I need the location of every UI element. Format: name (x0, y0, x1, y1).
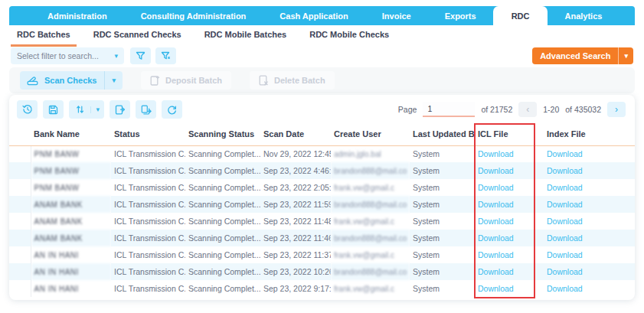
page-number-input[interactable] (423, 102, 475, 117)
cell-index-file: Download (544, 162, 635, 179)
chevron-down-icon: ▾ (624, 53, 628, 60)
column-header-status[interactable]: Status (111, 122, 185, 145)
cell-select[interactable] (9, 263, 31, 280)
deposit-batch-icon (150, 75, 160, 86)
nav-tab-cash-application[interactable]: Cash Application (263, 6, 364, 25)
index-file-download-link[interactable]: Download (547, 183, 583, 192)
icl-file-download-link[interactable]: Download (478, 166, 514, 175)
filter-select-dropdown[interactable]: Select filter to search... ▾ (11, 47, 124, 64)
delete-batch-label: Delete Batch (274, 76, 325, 85)
cell-index-file: Download (544, 230, 635, 246)
table-row[interactable]: AN IN HANIICL Transmission C...Scanning … (9, 263, 635, 280)
icl-file-download-link[interactable]: Download (478, 233, 514, 243)
cell-select[interactable] (9, 213, 31, 230)
cell-select[interactable] (9, 145, 31, 162)
column-header-scanning-status[interactable]: Scanning Status (185, 122, 260, 145)
nav-tab-invoice[interactable]: Invoice (365, 6, 428, 25)
icl-file-download-link[interactable]: Download (478, 217, 514, 226)
nav-tab-rdc[interactable]: RDC (493, 6, 548, 25)
cell-status: ICL Transmission C... (111, 196, 185, 213)
table-row[interactable]: ANAM BANKICL Transmission C...Scanning C… (9, 213, 635, 230)
previous-page-button[interactable]: ‹ (518, 102, 537, 117)
icl-file-download-link[interactable]: Download (478, 183, 514, 192)
export-all-button[interactable] (136, 100, 156, 119)
index-file-download-link[interactable]: Download (547, 250, 583, 259)
cell-bank-name: AN IN HANI (31, 246, 111, 263)
advanced-search-caret[interactable]: ▾ (618, 47, 633, 64)
column-header-icl-file[interactable]: ICL File (475, 122, 544, 145)
save-icon (48, 105, 58, 115)
cell-select[interactable] (9, 280, 31, 297)
table-row[interactable]: PNM BANWICL Transmission C...Scanning Co… (9, 179, 635, 196)
cell-last-updated-by: System (410, 196, 475, 213)
cell-create-user: frank.vw@gmail.c (331, 179, 410, 196)
sort-button[interactable]: ▾ (69, 100, 104, 119)
filter-row: Select filter to search... ▾ Advanced Se… (11, 47, 633, 66)
table-row[interactable]: ANAM BANKICL Transmission C...Scanning C… (9, 196, 635, 213)
index-file-download-link[interactable]: Download (547, 166, 583, 175)
icl-file-download-link[interactable]: Download (478, 200, 514, 209)
nav-tab-analytics[interactable]: Analytics (548, 6, 619, 25)
column-header-scan-date[interactable]: Scan Date (260, 122, 331, 145)
clear-filter-button[interactable] (155, 47, 176, 64)
icl-file-download-link[interactable]: Download (478, 250, 514, 259)
advanced-search-button[interactable]: Advanced Search ▾ (532, 47, 633, 64)
icl-file-download-link[interactable]: Download (478, 267, 514, 276)
save-layout-button[interactable] (43, 100, 64, 119)
scan-checks-button[interactable]: Scan Checks ▾ (20, 71, 123, 90)
column-header-index-file[interactable]: Index File (544, 122, 635, 145)
cell-select[interactable] (9, 162, 31, 179)
subnav-tab-rdc-mobile-checks[interactable]: RDC Mobile Checks (303, 27, 395, 47)
history-button[interactable] (17, 100, 38, 119)
table-row[interactable]: ANAM BANKICL Transmission C...Scanning C… (9, 230, 635, 246)
index-file-download-link[interactable]: Download (547, 149, 583, 158)
index-file-download-link[interactable]: Download (547, 267, 583, 276)
action-bar: Scan Checks ▾ Deposit Batch Delete Batch (9, 67, 635, 93)
cell-select[interactable] (9, 196, 31, 213)
icl-file-download-link[interactable]: Download (478, 284, 514, 293)
cell-index-file: Download (544, 145, 635, 162)
scan-checks-caret[interactable]: ▾ (104, 71, 123, 90)
cell-create-user: frank.vw@gmail.c (331, 213, 410, 230)
batches-panel: ▾ Page of 21752 ‹ (9, 95, 635, 300)
cell-create-user: brandon888@mail.co (331, 196, 410, 213)
index-file-download-link[interactable]: Download (547, 284, 583, 293)
column-header-bank-name[interactable]: Bank Name (31, 122, 111, 145)
next-page-button[interactable]: › (607, 102, 626, 117)
refresh-button[interactable] (162, 100, 182, 119)
subnav-tab-rdc-mobile-batches[interactable]: RDC Mobile Batches (198, 27, 293, 47)
sort-icon (69, 105, 90, 114)
column-header-create-user[interactable]: Create User (331, 122, 410, 145)
cell-create-user: admin.jglo.bal (331, 145, 410, 162)
cell-icl-file: Download (475, 145, 544, 162)
index-file-download-link[interactable]: Download (547, 217, 583, 226)
table-row[interactable]: AN IN HANIICL Transmission C...Scanning … (9, 246, 635, 263)
cell-index-file: Download (544, 263, 635, 280)
nav-tab-administration[interactable]: Administration (31, 6, 124, 25)
column-header-last-updated-by[interactable]: Last Updated By (410, 122, 475, 145)
nav-tab-exports[interactable]: Exports (428, 6, 493, 25)
table-row[interactable]: PNM BANWICL Transmission C...Scanning Co… (9, 162, 635, 179)
subnav-tab-rdc-scanned-checks[interactable]: RDC Scanned Checks (87, 27, 188, 47)
icl-file-download-link[interactable]: Download (478, 149, 514, 158)
cell-scan-date: Sep 23, 2022 11:37:5... (260, 246, 331, 263)
cell-select[interactable] (9, 230, 31, 246)
nav-tab-consulting-administration[interactable]: Consulting Administration (124, 6, 263, 25)
deposit-batch-label: Deposit Batch (165, 76, 222, 85)
index-file-download-link[interactable]: Download (547, 233, 583, 243)
index-file-download-link[interactable]: Download (547, 200, 583, 209)
cell-index-file: Download (544, 246, 635, 263)
sort-options-caret[interactable]: ▾ (90, 106, 104, 113)
nav-tab-job[interactable]: Job (619, 6, 644, 25)
cell-select[interactable] (9, 246, 31, 263)
cell-index-file: Download (544, 179, 635, 196)
table-row[interactable]: PNM BANWICL Transmission C...Scanning Co… (9, 145, 635, 162)
table-row[interactable]: AN IN HANIICL Transmission C...Scanning … (9, 280, 635, 297)
cell-select[interactable] (9, 179, 31, 196)
cell-icl-file: Download (475, 196, 544, 213)
subnav-tab-rdc-batches[interactable]: RDC Batches (11, 27, 77, 47)
export-button[interactable] (110, 100, 130, 119)
deposit-batch-button[interactable]: Deposit Batch (141, 71, 231, 90)
delete-batch-button[interactable]: Delete Batch (250, 71, 335, 90)
apply-filter-button[interactable] (130, 47, 151, 64)
